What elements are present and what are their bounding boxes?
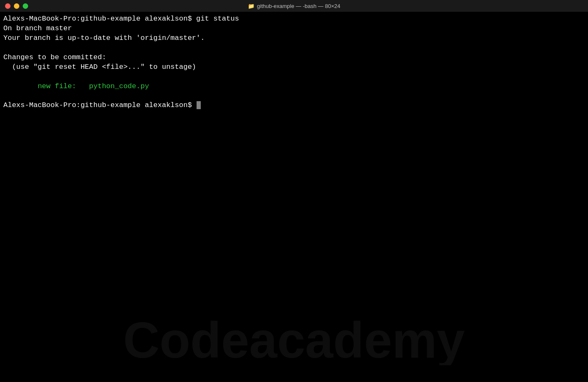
terminal-window: 📁 github-example — -bash — 80×24 Alexs-M… (0, 0, 588, 382)
line-2: On branch master (3, 24, 585, 34)
command-1: git status (196, 15, 239, 23)
line-6: new file: python_code.py (3, 82, 585, 92)
close-button[interactable] (5, 3, 10, 9)
empty-1 (3, 43, 585, 53)
terminal-body[interactable]: Alexs-MacBook-Pro:github-example alexakl… (0, 12, 588, 382)
watermark: Codeacademy (0, 315, 588, 365)
prompt-2: Alexs-MacBook-Pro:github-example alexakl… (3, 101, 196, 109)
cursor (197, 101, 201, 109)
line-1: Alexs-MacBook-Pro:github-example alexakl… (3, 14, 585, 24)
line-7: Alexs-MacBook-Pro:github-example alexakl… (3, 101, 585, 110)
empty-2 (3, 72, 585, 82)
traffic-lights (5, 3, 28, 9)
maximize-button[interactable] (23, 3, 28, 9)
prompt-1: Alexs-MacBook-Pro:github-example alexakl… (3, 15, 196, 23)
title-label: github-example — -bash — 80×24 (257, 3, 340, 9)
window-title: 📁 github-example — -bash — 80×24 (248, 3, 340, 9)
minimize-button[interactable] (14, 3, 19, 9)
titlebar: 📁 github-example — -bash — 80×24 (0, 0, 588, 12)
line-3: Your branch is up-to-date with 'origin/m… (3, 34, 585, 43)
folder-icon: 📁 (248, 3, 255, 9)
line-5: (use "git reset HEAD <file>..." to unsta… (3, 63, 585, 72)
terminal-content: Alexs-MacBook-Pro:github-example alexakl… (3, 14, 585, 110)
line-4: Changes to be committed: (3, 53, 585, 63)
empty-3 (3, 92, 585, 101)
